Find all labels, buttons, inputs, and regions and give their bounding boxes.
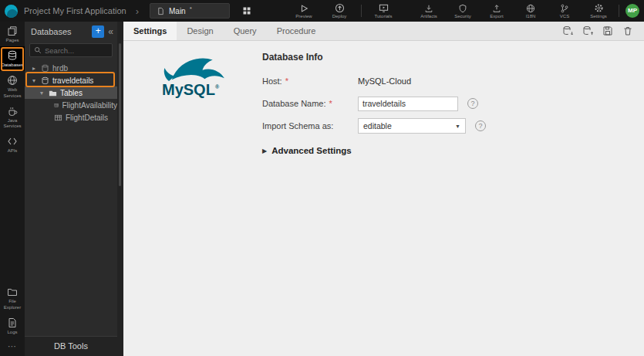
topbar: Project My First Application › Main * Pr… [0,0,644,22]
user-avatar[interactable]: MP [625,4,639,18]
web-services-globe-icon [7,75,18,86]
pages-grid-button[interactable] [242,6,251,15]
sidebar-item-pages[interactable]: Pages [0,22,25,46]
more-options-icon[interactable]: ⋯ [0,338,25,356]
chevron-expanded-icon[interactable]: ▾ [32,77,38,84]
folder-icon [7,286,18,297]
preview-button[interactable]: Preview [290,0,318,22]
page-modified-mark: * [190,5,192,12]
security-button[interactable]: Security [449,0,477,22]
deploy-button[interactable]: Deploy [325,0,353,22]
export-button[interactable]: Export [483,0,511,22]
app-logo-icon[interactable] [5,5,18,18]
branch-icon [560,4,569,13]
host-label: Host: [262,76,282,86]
grid-icon [242,6,251,15]
table-icon [54,114,62,122]
chevron-expanded-icon[interactable]: ▾ [40,90,46,97]
tree-node-hrdb[interactable]: ▸ hrdb [25,62,117,74]
db-tools-button[interactable]: DB Tools [25,336,117,356]
reimport-database-icon[interactable] [562,25,573,36]
folder-icon [49,89,57,97]
field-row-database-name: Database Name: * ? [262,96,486,111]
shield-icon [458,4,467,13]
tab-query[interactable]: Query [224,22,267,40]
code-brackets-icon [7,136,18,147]
sidebar-item-logs[interactable]: Logs [0,314,25,338]
panel-scroll-strip [117,22,123,356]
nav-sidebar: Pages Databases Web Services Java Servic… [0,22,25,356]
section-title: Database Info [262,52,486,63]
advanced-settings-label: Advanced Settings [271,146,352,155]
sidebar-item-databases[interactable]: Databases [0,46,25,71]
chevron-down-icon: ▼ [455,124,460,129]
tab-design[interactable]: Design [177,22,223,40]
panel-scrollbar-thumb[interactable] [119,43,121,186]
settings-button[interactable]: Settings [585,0,612,22]
coffee-cup-icon [7,106,18,117]
artifacts-button[interactable]: Artifacts [415,0,443,22]
save-icon[interactable] [602,25,613,36]
delete-icon[interactable] [622,25,633,36]
host-value: MySQL-Cloud [358,76,411,86]
search-icon [34,46,42,54]
sidebar-spacer [0,157,25,283]
mysql-brand-text: MySQL [162,81,215,98]
tree-node-flightavailability[interactable]: FlightAvailability [25,99,117,111]
tree-node-label: FlightDetails [66,114,108,122]
search-input[interactable] [45,46,108,55]
sidebar-item-apis[interactable]: APIs [0,132,25,157]
tree-node-label: hrdb [52,64,68,73]
settings-content: MySQL® Database Info Host: * MySQL-Cloud… [123,41,644,155]
deploy-up-icon [335,3,345,13]
tree-node-flightdetails[interactable]: FlightDetails [25,111,117,124]
mysql-logo: MySQL® [156,50,241,155]
chevron-collapsed-icon[interactable]: ▸ [32,65,38,72]
tree-node-label: Tables [60,89,83,97]
tree-node-tables[interactable]: ▾ Tables [25,86,117,99]
registered-mark: ® [215,84,219,90]
pages-icon [7,25,18,36]
sidebar-item-file-explorer[interactable]: File Explorer [0,283,25,313]
play-icon [299,4,309,13]
database-name-input[interactable] [358,97,458,111]
gear-icon [594,3,604,13]
help-icon[interactable]: ? [475,120,486,131]
tab-procedure[interactable]: Procedure [267,22,326,40]
globe-icon [526,4,535,13]
topbar-divider [361,5,362,17]
chevron-right-icon: › [136,5,139,17]
app-window: Project My First Application › Main * Pr… [0,0,644,356]
page-selector[interactable]: Main * [150,3,230,19]
import-schema-select[interactable]: editable ▼ [358,118,466,134]
table-icon [54,101,59,110]
sidebar-item-java-services[interactable]: Java Services [0,102,25,132]
sidebar-item-web-services[interactable]: Web Services [0,71,25,101]
import-schema-value: editable [363,121,392,131]
database-icon [41,76,49,85]
tab-settings[interactable]: Settings [123,22,177,40]
collapse-panel-icon[interactable]: « [108,26,113,37]
tutorials-button[interactable]: Tutorials [369,0,397,22]
tree-node-label: traveldetails [52,76,93,85]
i18n-button[interactable]: I18N [517,0,545,22]
panel-title: Databases [31,27,88,36]
advanced-settings-toggle[interactable]: ▶ Advanced Settings [262,146,486,155]
database-name-label: Database Name: [262,99,326,108]
help-icon[interactable]: ? [467,98,478,109]
page-selector-value: Main [169,7,186,15]
database-info-form: Database Info Host: * MySQL-Cloud Databa… [262,50,486,155]
export-upload-icon [492,4,501,13]
page-icon [157,7,165,15]
vcs-button[interactable]: VCS [551,0,578,22]
export-database-icon[interactable] [582,25,593,36]
database-icon [41,64,49,73]
field-row-host: Host: * MySQL-Cloud [262,73,486,89]
field-row-import-schema: Import Schema as: editable ▼ ? [262,118,486,134]
tutorials-monitor-icon [379,3,389,13]
chevron-right-icon: ▶ [262,147,267,154]
panel-search [29,43,113,57]
databases-panel: Databases + « ▸ hrdb ▾ traveldetails ▾ T… [25,22,117,356]
tree-node-traveldetails[interactable]: ▾ traveldetails [25,74,117,86]
add-database-button[interactable]: + [92,25,104,38]
